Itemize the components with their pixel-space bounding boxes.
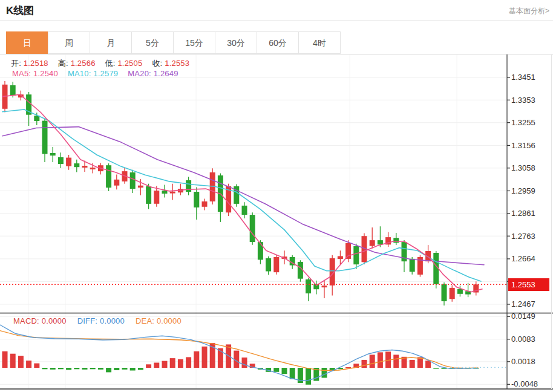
ohlc-legend: 开: 1.2518高: 1.2566低: 1.2505收: 1.2553 xyxy=(11,58,189,69)
legend-item: MACD: 0.0000 xyxy=(13,316,67,325)
legend-item: 收: 1.2553 xyxy=(152,58,189,69)
macd-tick-label: 0.0083 xyxy=(511,335,548,344)
legend-item: MA10: 1.2579 xyxy=(68,69,118,78)
price-tick-label: 1.3156 xyxy=(511,141,548,150)
price-tick-label: 1.2664 xyxy=(511,254,548,263)
macd-tick-label: 0.0018 xyxy=(511,357,548,366)
ma-legend: MA5: 1.2540MA10: 1.2579MA20: 1.2649 xyxy=(12,69,178,78)
macd-legend: MACD: 0.0000DIFF: 0.0000DEA: 0.0000 xyxy=(13,316,182,325)
price-tick-label: 1.3451 xyxy=(511,73,548,82)
price-tick-label: 1.2763 xyxy=(511,232,548,241)
legend-item: 高: 1.2566 xyxy=(58,58,96,69)
legend-item: 开: 1.2518 xyxy=(11,58,48,69)
legend-item: DEA: 0.0000 xyxy=(136,316,182,325)
kline-widget: K线图 基本面分析> 日周月5分15分30分60分4时 开: 1.2518高: … xyxy=(0,0,553,392)
price-tick-label: 1.2959 xyxy=(511,186,548,195)
legend-item: DIFF: 0.0000 xyxy=(77,316,125,325)
current-price-badge: 1.2553 xyxy=(508,278,549,291)
macd-tick-label: 0.0149 xyxy=(511,312,548,321)
price-tick-label: 1.2467 xyxy=(511,299,548,309)
price-tick-label: 1.3353 xyxy=(511,96,548,105)
price-tick-label: 1.3255 xyxy=(511,118,548,127)
price-tick-label: 1.2861 xyxy=(511,209,548,218)
legend-item: 低: 1.2505 xyxy=(105,58,143,69)
macd-tick-label: -0.0048 xyxy=(511,379,548,388)
legend-item: MA5: 1.2540 xyxy=(12,69,58,78)
price-tick-label: 1.3058 xyxy=(511,163,548,172)
legend-item: MA20: 1.2649 xyxy=(128,69,178,78)
